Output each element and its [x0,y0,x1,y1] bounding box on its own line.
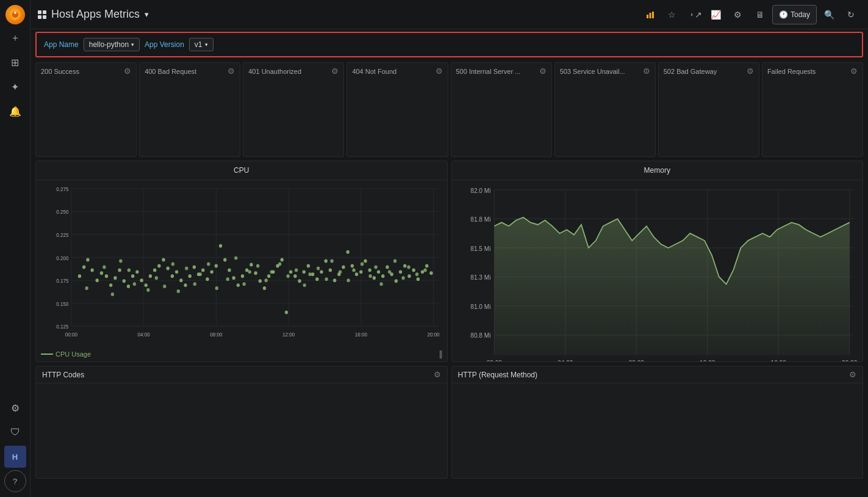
user-avatar[interactable]: H [4,446,26,468]
svg-point-128 [207,263,210,266]
http-method-header: HTTP (Request Method) ⚙ [452,366,863,383]
svg-point-115 [102,265,106,269]
grafana-logo[interactable] [5,5,25,24]
charts-row: CPU [35,161,863,362]
svg-point-107 [403,264,406,268]
cpu-scroll-handle[interactable]: ▐ [437,350,442,358]
svg-point-121 [155,276,158,280]
svg-point-44 [127,285,130,288]
gear-button[interactable]: ⚙ [728,5,748,24]
app-version-select[interactable]: v1 ▾ [189,38,213,51]
svg-point-143 [325,277,328,281]
title-dropdown-icon[interactable]: ▾ [145,10,149,19]
graph-button[interactable]: 📈 [706,5,726,24]
panel-200-title: 200 Success [41,68,79,75]
svg-point-74 [259,279,262,283]
panel-503-settings[interactable]: ⚙ [643,67,650,76]
svg-point-100 [373,276,376,280]
panel-404-header: 404 Not Found ⚙ [347,63,447,78]
svg-point-132 [243,282,246,286]
panel-503: 503 Service Unavail... ⚙ [554,62,656,157]
app-name-chevron: ▾ [131,42,134,48]
settings-icon[interactable]: ⚙ [4,397,26,419]
panel-400-header: 400 Bad Request ⚙ [140,63,240,78]
svg-text:80.8 Mi: 80.8 Mi [470,332,490,339]
app-name-value: hello-python [89,40,129,49]
svg-point-59 [193,265,196,269]
panel-400-settings[interactable]: ⚙ [228,67,235,76]
panel-failed-title: Failed Requests [767,68,816,75]
panel-502-settings[interactable]: ⚙ [747,67,754,76]
user-initial: H [12,452,18,462]
cpu-legend-line [41,354,53,355]
search-button[interactable]: 🔍 [819,5,839,24]
svg-point-63 [210,270,213,274]
http-method-settings[interactable]: ⚙ [849,370,856,379]
svg-point-105 [395,279,398,283]
panel-200-body [36,78,136,156]
compass-icon[interactable]: ✦ [4,76,26,98]
svg-point-122 [163,285,166,288]
shield-icon[interactable]: 🛡 [4,421,26,443]
http-method-body [452,383,863,478]
svg-text:00:00: 00:00 [486,360,502,362]
svg-point-117 [119,259,122,263]
svg-point-36 [90,268,93,272]
svg-point-48 [145,283,148,287]
panel-failed-settings[interactable]: ⚙ [850,67,858,76]
dashboard-title-area: Host Apps Metrics ▾ [38,8,149,21]
svg-point-127 [199,272,202,276]
app-version-value: v1 [195,40,203,49]
panel-500-settings[interactable]: ⚙ [539,67,547,76]
monitor-button[interactable]: 🖥 [750,5,770,24]
svg-point-81 [289,270,292,274]
app-name-select[interactable]: hello-python ▾ [84,38,140,51]
panel-401-settings[interactable]: ⚙ [331,67,339,76]
app-name-label: App Name [44,40,79,49]
svg-text:08:00: 08:00 [210,332,222,338]
panel-200: 200 Success ⚙ [35,62,137,157]
dashboard-content: 200 Success ⚙ 400 Bad Request ⚙ 401 Unau… [30,60,868,497]
svg-point-37 [96,278,99,282]
svg-point-135 [265,278,268,282]
memory-chart-body: 82.0 Mi 81.8 Mi 81.5 Mi 81.3 Mi 81.0 Mi … [452,180,863,362]
svg-point-108 [407,274,411,278]
help-icon[interactable]: ? [4,470,26,492]
svg-point-65 [219,244,222,248]
svg-point-139 [295,268,298,272]
svg-text:0.250: 0.250 [56,209,68,215]
http-method-title: HTTP (Request Method) [458,371,538,379]
svg-point-95 [351,264,354,268]
metrics-button[interactable] [640,5,660,24]
plus-icon[interactable]: ＋ [4,27,26,49]
share-button[interactable]: ↗ [684,5,704,24]
filter-bar: App Name hello-python ▾ App Version v1 ▾ [35,32,863,57]
svg-point-146 [346,278,350,282]
svg-text:20:00: 20:00 [842,360,858,362]
svg-point-82 [293,274,296,278]
svg-point-62 [206,277,209,281]
svg-point-136 [270,270,273,274]
dashboard-title: Host Apps Metrics [51,8,140,21]
memory-chart-title: Memory [452,161,863,180]
svg-text:0.225: 0.225 [56,232,68,238]
svg-point-140 [303,283,306,287]
svg-point-61 [201,268,204,272]
http-codes-title: HTTP Codes [42,371,84,379]
svg-text:00:00: 00:00 [65,332,77,338]
panel-200-settings[interactable]: ⚙ [124,67,131,76]
svg-point-156 [415,272,418,276]
grid-icon[interactable]: ⊞ [4,51,26,73]
bell-icon[interactable]: 🔔 [4,100,26,122]
panel-404-settings[interactable]: ⚙ [436,67,443,76]
today-button[interactable]: 🕐 Today [772,5,817,24]
svg-point-106 [399,270,402,274]
svg-text:0.150: 0.150 [56,300,68,307]
refresh-button[interactable]: ↻ [841,5,861,24]
svg-point-109 [412,268,415,272]
panel-404-body [347,78,447,156]
svg-point-73 [254,271,257,275]
svg-point-97 [359,270,362,274]
star-button[interactable]: ☆ [662,5,682,24]
http-codes-settings[interactable]: ⚙ [434,370,441,379]
